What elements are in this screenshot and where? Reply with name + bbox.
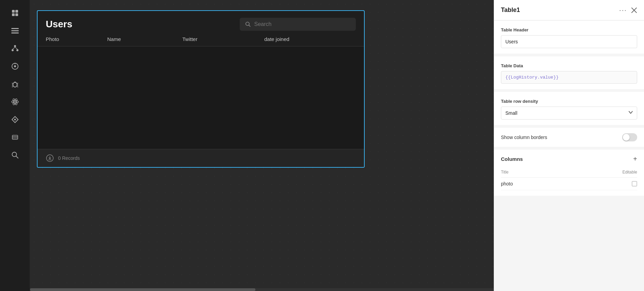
svg-line-21 xyxy=(17,86,18,87)
more-options-button[interactable]: ··· xyxy=(619,6,627,14)
panel-title: Table1 xyxy=(501,6,520,14)
svg-rect-2 xyxy=(12,13,15,16)
gauge-icon[interactable] xyxy=(8,59,23,74)
columns-section: Columns + Title Editable photo xyxy=(494,150,644,196)
columns-table-header: Title Editable xyxy=(501,167,637,178)
horizontal-scrollbar[interactable] xyxy=(30,288,494,291)
svg-point-7 xyxy=(14,45,16,47)
panel-header: Table1 ··· xyxy=(494,0,644,20)
column-name-photo: photo xyxy=(501,181,513,186)
svg-rect-27 xyxy=(12,135,18,139)
table-header-input[interactable] xyxy=(501,35,637,48)
col-header-twitter: Twitter xyxy=(182,36,264,42)
close-icon xyxy=(631,7,637,13)
close-panel-button[interactable] xyxy=(631,7,637,13)
svg-point-15 xyxy=(13,82,17,87)
diamond-icon[interactable] xyxy=(8,112,23,127)
table-data-section: Table Data xyxy=(494,56,644,89)
search-magnify-icon[interactable] xyxy=(8,148,23,163)
row-density-select[interactable]: Default Small Medium Large xyxy=(501,107,637,120)
svg-point-25 xyxy=(14,101,16,102)
panel-header-actions: ··· xyxy=(619,6,637,14)
svg-point-26 xyxy=(14,119,16,121)
columns-editable-header: Editable xyxy=(622,170,637,175)
table-data-input[interactable] xyxy=(501,71,637,84)
svg-point-8 xyxy=(12,49,14,51)
show-column-borders-toggle[interactable] xyxy=(622,133,637,141)
bug-icon[interactable] xyxy=(8,77,23,92)
column-row-photo: photo xyxy=(501,178,637,190)
svg-line-16 xyxy=(12,83,13,84)
table-search-box[interactable] xyxy=(240,18,356,31)
columns-section-header: Columns + xyxy=(501,155,637,163)
svg-rect-0 xyxy=(12,10,15,13)
col-header-name: Name xyxy=(107,36,182,42)
table-data-label: Table Data xyxy=(501,63,637,68)
row-density-section: Table row density Default Small Medium L… xyxy=(494,92,644,125)
svg-line-33 xyxy=(249,25,250,26)
svg-point-9 xyxy=(16,49,18,51)
add-column-button[interactable]: + xyxy=(633,155,637,163)
col-header-extra xyxy=(346,36,356,42)
react-icon[interactable] xyxy=(8,94,23,109)
show-column-borders-row: Show column borders xyxy=(494,128,644,147)
grid-icon[interactable] xyxy=(8,5,23,20)
table-widget-title: Users xyxy=(46,19,72,30)
columns-title: Columns xyxy=(501,156,523,162)
column-editable-checkbox-photo[interactable] xyxy=(632,181,637,186)
svg-line-17 xyxy=(17,83,18,84)
records-count: 0 Records xyxy=(58,155,80,161)
svg-point-13 xyxy=(14,65,16,67)
nodes-icon[interactable] xyxy=(8,41,23,56)
svg-line-10 xyxy=(13,47,15,49)
more-icon: ··· xyxy=(619,6,627,14)
svg-line-31 xyxy=(16,156,18,158)
row-density-label: Table row density xyxy=(501,99,637,104)
col-header-datejoined: date joined xyxy=(264,36,346,42)
svg-rect-6 xyxy=(11,32,19,33)
svg-rect-4 xyxy=(11,28,19,29)
columns-title-header: Title xyxy=(501,170,508,175)
right-panel: Table1 ··· Table Header Table Data xyxy=(494,0,644,291)
search-input[interactable] xyxy=(254,21,350,27)
svg-rect-1 xyxy=(15,10,18,13)
svg-rect-3 xyxy=(15,13,18,16)
layers-icon[interactable] xyxy=(8,130,23,145)
canvas-area: Table1 Users Photo Name Twitter date joi… xyxy=(30,0,494,291)
col-header-photo: Photo xyxy=(46,36,107,42)
panel-content: Table Header Table Data Table row densit… xyxy=(494,20,644,196)
row-density-select-wrapper: Default Small Medium Large xyxy=(501,107,637,120)
show-column-borders-label: Show column borders xyxy=(501,135,547,140)
table-body xyxy=(38,46,364,149)
svg-line-11 xyxy=(15,47,17,49)
sidebar xyxy=(0,0,30,291)
svg-line-20 xyxy=(12,86,13,87)
scrollbar-thumb[interactable] xyxy=(30,288,255,291)
table-header-section: Table Header xyxy=(494,20,644,54)
table-widget: Table1 Users Photo Name Twitter date joi… xyxy=(37,10,365,168)
download-icon xyxy=(46,154,54,162)
toggle-knob xyxy=(623,134,630,141)
table-header-label: Table Header xyxy=(501,27,637,32)
menu-icon[interactable] xyxy=(8,23,23,38)
table-footer: 0 Records xyxy=(38,149,364,167)
svg-rect-5 xyxy=(11,30,19,31)
table-tab-label[interactable]: Table1 xyxy=(345,10,364,11)
table-header-row: Users xyxy=(38,11,364,36)
search-icon xyxy=(245,21,251,27)
table-columns-header: Photo Name Twitter date joined xyxy=(38,36,364,46)
